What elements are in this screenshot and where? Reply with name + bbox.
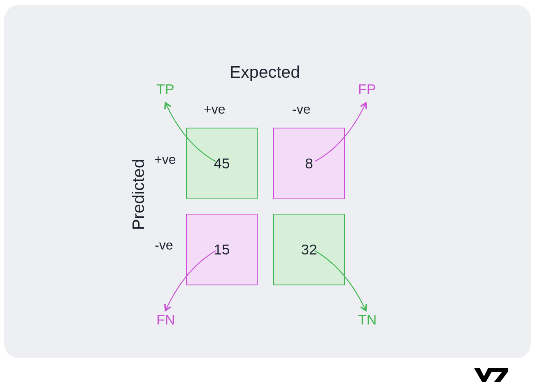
cell-tp: 45 (186, 128, 258, 199)
cell-value-tp: 45 (214, 155, 230, 172)
axis-title-predicted: Predicted (129, 159, 148, 230)
column-header-negative: -ve (292, 102, 310, 117)
axis-title-expected: Expected (230, 63, 300, 82)
row-header-positive: +ve (154, 152, 176, 167)
cell-fp: 8 (273, 128, 345, 199)
column-header-positive: +ve (204, 102, 225, 117)
cell-value-tn: 32 (301, 241, 317, 258)
brand-logo (472, 366, 509, 383)
cell-tn: 32 (273, 214, 345, 285)
diagram-card: Expected Predicted +ve -ve +ve -ve 45 8 … (4, 5, 531, 358)
cell-value-fp: 8 (305, 155, 313, 172)
label-fn: FN (156, 312, 175, 328)
arrows-layer (4, 5, 531, 358)
label-tp: TP (156, 81, 174, 97)
label-fp: FP (358, 81, 376, 97)
row-header-negative: -ve (155, 238, 173, 253)
cell-fn: 15 (186, 214, 258, 285)
cell-value-fn: 15 (214, 241, 230, 258)
confusion-matrix-diagram: Expected Predicted +ve -ve +ve -ve 45 8 … (4, 5, 531, 358)
label-tn: TN (358, 312, 377, 328)
v7-logo-icon (472, 366, 509, 383)
